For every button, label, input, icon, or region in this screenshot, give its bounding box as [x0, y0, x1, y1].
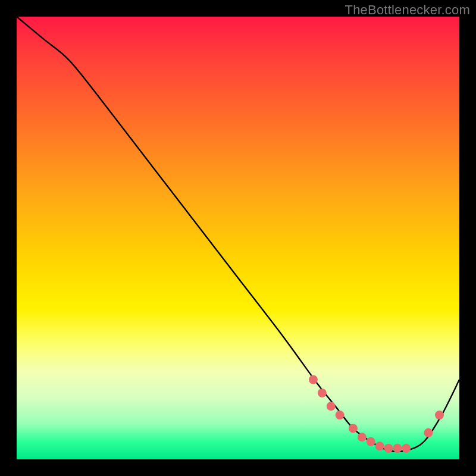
curve-svg: [17, 17, 459, 459]
marker-dot: [375, 441, 384, 450]
marker-dot: [393, 444, 402, 453]
marker-dot: [327, 402, 336, 411]
marker-dot: [318, 389, 327, 397]
marker-dot: [424, 428, 433, 437]
watermark-text: TheBottlenecker.com: [345, 2, 470, 18]
chart-frame: TheBottlenecker.com: [0, 0, 476, 476]
marker-dot: [367, 437, 375, 446]
marker-dot: [358, 433, 367, 441]
bottleneck-curve-path: [17, 17, 459, 452]
plot-area: [17, 17, 459, 459]
marker-dot: [336, 411, 345, 419]
marker-dot: [384, 444, 393, 453]
marker-dot: [402, 444, 411, 453]
marker-dot: [309, 375, 318, 384]
marker-dot: [435, 411, 444, 419]
marker-dot: [349, 424, 358, 433]
